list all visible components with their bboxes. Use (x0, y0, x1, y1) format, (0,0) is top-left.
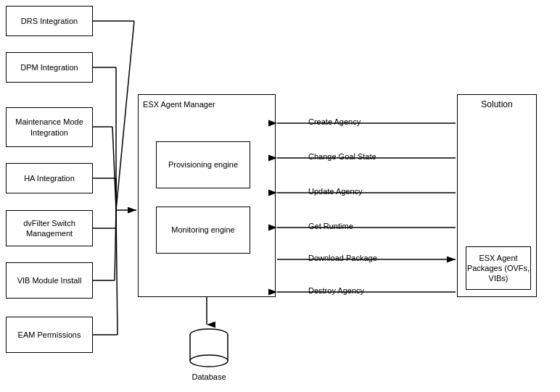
download-package-label: Download Package (308, 254, 377, 262)
monitoring-engine-label: Monitoring engine (171, 225, 234, 235)
svg-line-16 (115, 210, 116, 280)
esx-agent-manager-box: ESX Agent Manager (138, 94, 276, 297)
monitoring-engine-box: Monitoring engine (156, 207, 250, 254)
esx-packages-box: ESX Agent Packages (OVFs, VIBs) (466, 246, 531, 290)
vib-module-box: VIB Module Install (6, 262, 93, 299)
drs-integration-box: DRS Integration (6, 6, 93, 36)
destroy-agency-label: Destroy Agency (308, 286, 364, 295)
create-agency-label: Create Agency (308, 117, 361, 126)
ha-integration-label: HA Integration (24, 173, 75, 183)
provisioning-engine-box: Provisioning engine (156, 141, 250, 188)
dvfilter-box: dvFilter Switch Management (6, 210, 93, 246)
change-goal-label: Change Goal State (308, 152, 376, 161)
architecture-diagram: DRS Integration DPM Integration Maintena… (0, 0, 560, 392)
svg-line-10 (112, 127, 116, 210)
dvfilter-label: dvFilter Switch Management (7, 218, 92, 239)
drs-integration-label: DRS Integration (21, 16, 78, 26)
eam-permissions-box: EAM Permissions (6, 317, 93, 353)
database-svg (187, 326, 231, 370)
vib-module-label: VIB Module Install (17, 275, 82, 285)
svg-line-6 (116, 21, 134, 210)
maintenance-integration-label: Maintenance Mode Integration (7, 117, 92, 138)
ha-integration-box: HA Integration (6, 163, 93, 193)
svg-line-18 (116, 210, 118, 335)
svg-point-4 (190, 355, 228, 367)
dpm-integration-label: DPM Integration (20, 62, 78, 72)
eam-permissions-label: EAM Permissions (18, 330, 81, 340)
maintenance-integration-box: Maintenance Mode Integration (6, 107, 93, 147)
dpm-integration-box: DPM Integration (6, 52, 93, 83)
provisioning-engine-label: Provisioning engine (168, 159, 238, 170)
solution-label: Solution (458, 99, 536, 111)
update-agency-label: Update Agency (308, 187, 363, 196)
get-runtime-label: Get Runtime (308, 222, 353, 230)
esx-packages-label: ESX Agent Packages (OVFs, VIBs) (466, 253, 530, 284)
esx-agent-manager-label: ESX Agent Manager (143, 99, 215, 109)
database-container: Database (187, 326, 231, 370)
database-label: Database (192, 372, 226, 381)
